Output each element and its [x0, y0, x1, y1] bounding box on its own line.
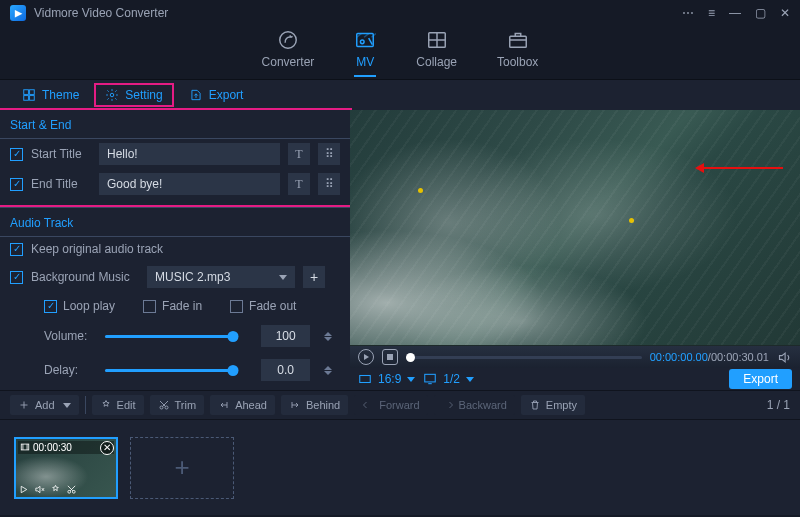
toolbox-icon [507, 29, 529, 51]
tab-export[interactable]: Export [179, 84, 254, 106]
screen-icon [423, 372, 437, 386]
mute-icon[interactable] [34, 484, 45, 495]
zoom-select[interactable]: 1/2 [423, 372, 474, 386]
tab-setting[interactable]: Setting [95, 84, 172, 106]
collage-icon [426, 29, 448, 51]
menu-icon[interactable]: ≡ [708, 6, 715, 20]
time-current: 00:00:00.00 [650, 351, 708, 363]
end-title-handle-button[interactable]: ⠿ [318, 173, 340, 195]
fade-in-label: Fade in [162, 299, 202, 313]
loop-checkbox[interactable] [44, 300, 57, 313]
time-display: 00:00:00.00/00:00:30.01 [650, 351, 769, 363]
volume-label: Volume: [44, 329, 91, 343]
aspect-value: 16:9 [378, 372, 401, 386]
export-button[interactable]: Export [729, 369, 792, 389]
app-logo-icon: ▶ [10, 5, 26, 21]
window-maximize-button[interactable]: ▢ [755, 6, 766, 20]
fade-out-option[interactable]: Fade out [230, 299, 296, 313]
nav-label: MV [356, 55, 374, 69]
tab-label: Export [209, 88, 244, 102]
end-title-font-button[interactable]: T [288, 173, 310, 195]
top-nav: Converter MV Collage Toolbox [0, 26, 800, 80]
svg-rect-6 [30, 90, 35, 95]
nav-label: Converter [262, 55, 315, 69]
chevron-down-icon [63, 403, 71, 408]
svg-point-9 [111, 93, 115, 97]
btn-label: Forward [379, 399, 419, 411]
start-title-font-button[interactable]: T [288, 143, 310, 165]
svg-rect-7 [24, 96, 29, 101]
end-title-label: End Title [31, 177, 91, 191]
end-title-input[interactable] [99, 173, 280, 195]
fade-out-checkbox[interactable] [230, 300, 243, 313]
window-close-button[interactable]: ✕ [780, 6, 790, 20]
keep-audio-checkbox[interactable] [10, 243, 23, 256]
btn-label: Trim [175, 399, 197, 411]
volume-slider[interactable] [105, 329, 233, 343]
seek-slider[interactable] [406, 356, 642, 359]
volume-spinner[interactable] [324, 325, 340, 347]
nav-label: Collage [416, 55, 457, 69]
fade-in-option[interactable]: Fade in [143, 299, 202, 313]
svg-point-0 [280, 31, 297, 48]
volume-row: Volume: 100 [0, 319, 350, 353]
volume-value[interactable]: 100 [261, 325, 310, 347]
aspect-ratio-select[interactable]: 16:9 [358, 372, 415, 386]
audio-track-header: Audio Track [0, 207, 350, 237]
star-icon[interactable] [50, 484, 61, 495]
bgm-select[interactable]: MUSIC 2.mp3 [147, 266, 295, 288]
add-clip-placeholder[interactable]: + [130, 437, 234, 499]
forward-button[interactable]: Forward [354, 395, 427, 415]
volume-icon[interactable] [777, 350, 792, 365]
export-icon [189, 88, 203, 102]
delay-row: Delay: 0.0 [0, 353, 350, 387]
bgm-file-value: MUSIC 2.mp3 [155, 270, 230, 284]
nav-toolbox[interactable]: Toolbox [497, 29, 538, 77]
stop-button[interactable] [382, 349, 398, 365]
svg-rect-14 [21, 444, 29, 450]
end-title-row: End Title T ⠿ [0, 169, 350, 199]
end-title-checkbox[interactable] [10, 178, 23, 191]
delay-value[interactable]: 0.0 [261, 359, 310, 381]
add-button[interactable]: Add [10, 395, 79, 415]
keep-audio-row: Keep original audio track [0, 237, 350, 261]
nav-label: Toolbox [497, 55, 538, 69]
remove-clip-button[interactable]: ✕ [100, 441, 114, 455]
window-minimize-button[interactable]: — [729, 6, 741, 20]
start-title-input[interactable] [99, 143, 280, 165]
empty-button[interactable]: Empty [521, 395, 585, 415]
clip-thumbnail[interactable]: 00:00:30 ✕ [14, 437, 118, 499]
fade-in-checkbox[interactable] [143, 300, 156, 313]
backward-button[interactable]: Backward [434, 395, 515, 415]
delay-spinner[interactable] [324, 359, 340, 381]
bgm-checkbox[interactable] [10, 271, 23, 284]
edit-button[interactable]: Edit [92, 395, 144, 415]
delay-slider[interactable] [105, 363, 233, 377]
title-bar: ▶ Vidmore Video Converter ⋯ ≡ — ▢ ✕ [0, 0, 800, 26]
ahead-button[interactable]: Ahead [210, 395, 275, 415]
play-icon[interactable] [18, 484, 29, 495]
loop-option[interactable]: Loop play [44, 299, 115, 313]
behind-button[interactable]: Behind [281, 395, 348, 415]
main-area: Start & End Start Title T ⠿ End Title T … [0, 110, 800, 390]
nav-mv[interactable]: MV [354, 29, 376, 77]
start-title-checkbox[interactable] [10, 148, 23, 161]
svg-rect-5 [24, 90, 29, 95]
tab-theme[interactable]: Theme [12, 84, 89, 106]
trim-button[interactable]: Trim [150, 395, 205, 415]
add-bgm-button[interactable]: + [303, 266, 325, 288]
nav-collage[interactable]: Collage [416, 29, 457, 77]
btn-label: Edit [117, 399, 136, 411]
video-preview[interactable] [350, 110, 800, 345]
scissors-icon[interactable] [66, 484, 77, 495]
feedback-icon[interactable]: ⋯ [682, 6, 694, 20]
nav-converter[interactable]: Converter [262, 29, 315, 77]
start-title-handle-button[interactable]: ⠿ [318, 143, 340, 165]
clip-actions [18, 484, 77, 495]
chevron-down-icon [279, 275, 287, 280]
sub-tabs: Theme Setting Export [0, 80, 800, 110]
loop-label: Loop play [63, 299, 115, 313]
pager-display: 1 / 1 [767, 398, 790, 412]
time-total: /00:00:30.01 [708, 351, 769, 363]
play-button[interactable] [358, 349, 374, 365]
